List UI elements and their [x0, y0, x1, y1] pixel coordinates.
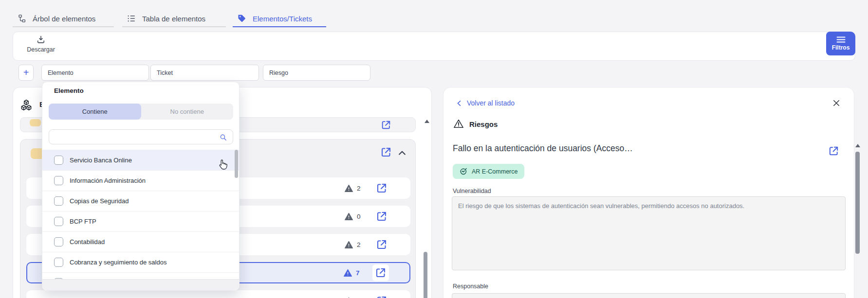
toolbar — [13, 32, 855, 61]
risk-row[interactable]: 1 — [26, 290, 410, 298]
option-label: BCP FTP — [70, 218, 96, 225]
filters-button[interactable]: Filtros — [826, 32, 855, 55]
open-risk-button[interactable] — [373, 236, 390, 253]
risk-filter-input[interactable] — [263, 65, 370, 81]
element-option[interactable]: Servicio Banca Online — [42, 150, 240, 170]
open-risk-button[interactable] — [373, 208, 390, 225]
download-button[interactable]: Descargar — [20, 35, 61, 53]
cubes-icon — [19, 99, 33, 112]
dropdown-scrollbar-thumb[interactable] — [235, 150, 238, 178]
warning-outline-icon — [453, 119, 464, 129]
window-scrollbar-thumb[interactable] — [855, 152, 860, 254]
element-option[interactable]: Copias de Seguridad — [42, 191, 240, 211]
search-input[interactable] — [49, 130, 233, 144]
open-risk-button[interactable] — [373, 293, 390, 298]
tab-label: Elementos/Tickets — [253, 15, 312, 23]
element-option[interactable]: Cobranza y seguimiento de saldos — [42, 252, 240, 272]
warning-count: 2 — [357, 241, 362, 248]
tab-label: Tabla de elementos — [142, 15, 205, 23]
warning-icon — [343, 269, 352, 277]
contains-option[interactable]: Contiene — [49, 104, 141, 120]
risk-category-icon — [460, 167, 468, 175]
dropdown-footer — [42, 279, 239, 290]
option-label: Información Administración — [70, 177, 146, 184]
download-icon — [20, 35, 61, 45]
tab-tabla-de-elementos[interactable]: Tabla de elementos — [122, 11, 226, 27]
open-risk-button[interactable] — [372, 264, 389, 281]
tag-icon — [238, 14, 246, 23]
element-option[interactable]: BCP FTP — [42, 211, 240, 231]
option-checkbox[interactable] — [54, 217, 63, 226]
category-tag-label: AR E-Commerce — [472, 168, 517, 175]
ticket-filter-input[interactable] — [150, 65, 259, 81]
option-label: Servicio Banca Online — [70, 157, 132, 164]
chevron-up-icon[interactable] — [397, 148, 407, 158]
vulnerability-textarea[interactable]: El riesgo de que los sistemas de autenti… — [452, 196, 846, 270]
option-label: Contabilidad — [70, 238, 105, 245]
add-filter-button[interactable]: + — [18, 65, 34, 81]
warning-icon — [344, 184, 353, 193]
filter-mode-switch: Contiene No contiene — [49, 104, 233, 120]
warning-count: 7 — [356, 269, 361, 277]
tab-arbol-de-elementos[interactable]: Árbol de elementos — [13, 11, 114, 27]
option-checkbox[interactable] — [54, 196, 63, 206]
warning-icon — [344, 241, 353, 249]
section-title: Riesgos — [469, 120, 498, 128]
element-options-list: Servicio Banca Online Información Admini… — [42, 150, 240, 280]
chevron-left-icon[interactable] — [456, 100, 463, 107]
option-checkbox[interactable] — [54, 258, 63, 267]
dropdown-search — [49, 129, 233, 144]
download-label: Descargar — [20, 46, 61, 53]
dropdown-title: Elemento — [54, 87, 84, 94]
close-icon[interactable] — [832, 99, 841, 107]
menu-icon — [836, 36, 846, 43]
responsible-label: Responsable — [453, 283, 488, 290]
table-list-icon — [127, 14, 136, 23]
element-option[interactable]: Contabilidad — [42, 231, 240, 252]
warning-count: 0 — [357, 213, 362, 220]
option-checkbox[interactable] — [54, 156, 63, 165]
element-filter-dropdown: Elemento Contiene No contiene Servicio B… — [42, 82, 240, 291]
filters-label: Filtros — [832, 44, 850, 51]
external-link-icon[interactable] — [828, 145, 839, 157]
warning-icon — [344, 212, 353, 221]
category-color-tag — [30, 119, 41, 126]
tab-elementos-tickets[interactable]: Elementos/Tickets — [233, 11, 326, 27]
not-contains-option[interactable]: No contiene — [141, 104, 234, 120]
element-filter-input[interactable] — [41, 65, 149, 81]
search-icon — [219, 133, 227, 141]
option-label: Cobranza y seguimiento de saldos — [70, 259, 166, 266]
risk-title: Fallo en la autenticación de usuarios (A… — [453, 143, 794, 154]
external-link-icon[interactable] — [380, 146, 392, 158]
category-tag: AR E-Commerce — [453, 164, 524, 179]
option-checkbox[interactable] — [54, 237, 63, 246]
risk-detail-panel: Volver al listado Riesgos Fallo en la au… — [443, 87, 854, 298]
scroll-up-icon[interactable] — [855, 144, 860, 147]
option-label: Copias de Seguridad — [70, 197, 129, 205]
vulnerability-label: Vulnerabilidad — [453, 188, 491, 194]
tab-label: Árbol de elementos — [33, 15, 95, 23]
external-link-icon[interactable] — [381, 120, 391, 130]
option-checkbox[interactable] — [54, 176, 63, 185]
back-to-list-link[interactable]: Volver al listado — [467, 99, 515, 107]
responsible-input[interactable] — [452, 293, 846, 298]
cursor-pointer-icon — [217, 158, 229, 171]
scroll-up-icon[interactable] — [425, 120, 429, 123]
panel-scrollbar-thumb[interactable] — [424, 252, 427, 298]
element-option[interactable]: Información Administración — [42, 170, 240, 191]
open-risk-button[interactable] — [373, 180, 390, 196]
tree-icon — [18, 14, 26, 23]
warning-count: 2 — [357, 185, 362, 192]
